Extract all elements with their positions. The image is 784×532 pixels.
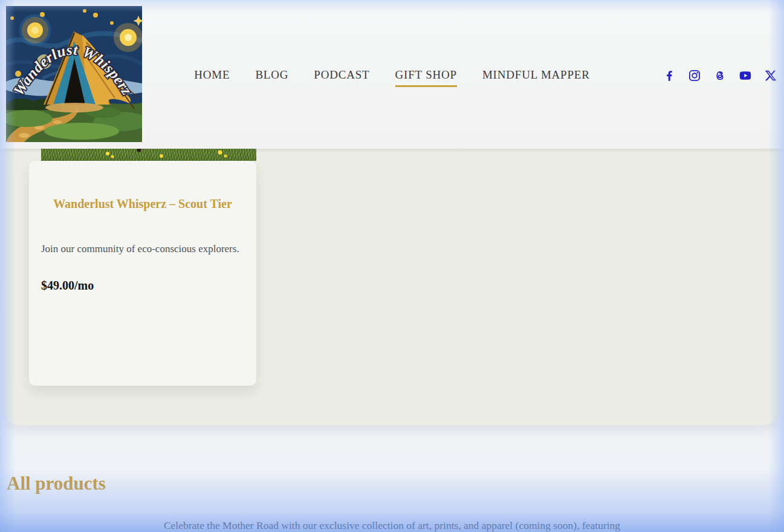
product-price: $49.00/mo: [41, 279, 244, 293]
nav-mindful-mapper[interactable]: MINDFUL MAPPER: [482, 68, 590, 87]
nav-blog[interactable]: BLOG: [255, 68, 288, 87]
social-links: [663, 69, 777, 82]
products-intro-text: Celebrate the Mother Road with our exclu…: [0, 519, 784, 532]
youtube-icon[interactable]: [739, 69, 752, 82]
threads-icon[interactable]: [713, 69, 727, 82]
instagram-icon[interactable]: [688, 69, 701, 82]
nav-home[interactable]: HOME: [194, 68, 230, 87]
page: Wanderlust Whisperz HOME BLOG PODCAST GI…: [0, 0, 784, 532]
product-title[interactable]: Wanderlust Whisperz – Scout Tier: [51, 196, 235, 212]
x-icon[interactable]: [764, 69, 777, 82]
site-header: Wanderlust Whisperz HOME BLOG PODCAST GI…: [0, 0, 784, 149]
product-card[interactable]: Wanderlust Whisperz – Scout Tier Join ou…: [29, 161, 256, 386]
nav-gift-shop[interactable]: GIFT SHOP: [395, 68, 457, 87]
product-image-grass[interactable]: [41, 148, 256, 161]
nav-podcast[interactable]: PODCAST: [314, 68, 369, 87]
product-description: Join our community of eco-conscious expl…: [41, 241, 244, 257]
all-products-heading: All products: [7, 473, 106, 495]
facebook-icon[interactable]: [663, 69, 676, 82]
